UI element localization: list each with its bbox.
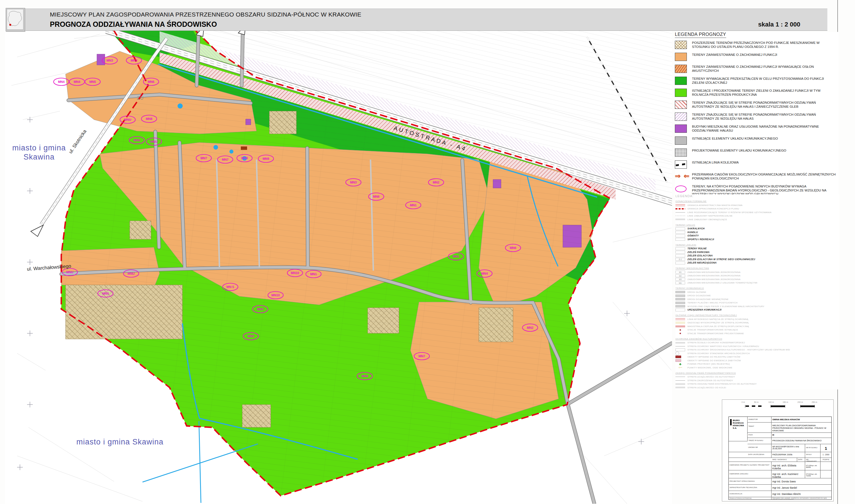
secondary-legend-item: URZĄDZENIA KOMUNIKACJI — [675, 308, 839, 312]
secondary-legend-item: ZIELEŃ NIEURZĄDZONA — [675, 261, 839, 265]
legend-item: BUDYNKI MIESZKALNE ORAZ USŁUGOWE NARAŻON… — [675, 125, 839, 133]
blackline-symbol — [675, 212, 685, 213]
projektant-name: mgr inż. Dorota Sawa — [771, 478, 831, 485]
tag-symbol — [675, 348, 685, 351]
secondary-legend-item-label: GRANICA OPRACOWANIA KONCEPCJI PLANU — [688, 208, 739, 210]
kierownik-projektu-name: mgr inż. arch. Elżbieta Koterba — [771, 462, 805, 470]
secondary-legend-item: ZI.2ZIELEŃ IZOLACYJNA W STREFIE SIECI CI… — [675, 257, 839, 261]
orangestripe-swatch — [675, 65, 687, 73]
secondary-legend-item: LINIE ZABUDOWY NIEPRZEKRACZALNE — [675, 214, 839, 218]
secondary-legend-item: ■STACJE TRANSFORMATOROWE ISTNIEJĄCE — [675, 328, 839, 332]
dblline-symbol — [675, 219, 685, 220]
gray-swatch — [675, 137, 687, 145]
trafo-symbol: ■ — [675, 328, 685, 331]
secondary-legend-item: LINIE ZABUDOWY OBOWIĄZUJĄCE — [675, 218, 839, 221]
infrastruktura-name: mgr inż. Janusz Bardel — [771, 485, 831, 491]
redbox-symbol — [675, 356, 681, 358]
secondary-legend-item-label: LINIE ZABUDOWY OBOWIĄZUJĄCE — [688, 218, 727, 221]
grayroad-symbol — [675, 298, 685, 300]
legend-item-label: ISTNIEJĄCA LINIA KOLEJOWA — [692, 160, 739, 165]
secondary-legend-item: ■STACJE TRANSFORMATOROWE PROJEKTOWANE — [675, 331, 839, 335]
secondary-legend-item: TERENY PLACÓW I MIEJSC POSTOJOWYCH — [675, 301, 839, 305]
zone-code-label: MN5 — [247, 335, 254, 338]
circle-symbol — [675, 352, 679, 355]
umowa-label: UMOWA NR — [729, 444, 771, 452]
plan-title: MIEJSCOWY PLAN ZAGOSPODAROWANIA PRZESTRZ… — [50, 11, 361, 18]
brick-building — [241, 146, 247, 150]
secondary-legend-item-label: DROGI GŁÓWNE — [688, 291, 706, 293]
secondary-legend-item: GAZOCIĄG WYSOKOPRĘŻNY ZE STREFĄ OCHRONNĄ — [675, 321, 839, 325]
grayroad-symbol — [675, 305, 685, 307]
legend-item-label: ISTNIEJĄCE ELEMENTY UKŁADU KOMUNIKACYJNE… — [692, 137, 778, 141]
tag-symbol — [675, 238, 685, 241]
tresc-value: PROGNOZA ODDZIAŁYWANIA NA ŚRODOWISKO — [771, 438, 831, 444]
copyright-label: PRAWA AUTORSKIE ZASTRZEŻONE — [729, 497, 771, 500]
legend-item: ISTNIEJĄCE I PROJEKTOWANE TERENY ZIELENI… — [675, 89, 839, 97]
zone-code-label: MNU — [127, 272, 135, 275]
faza-value: III — [771, 433, 831, 438]
scale-note: skala 1 : 2 000 — [758, 21, 800, 28]
skala-value: 1 : 2000 — [820, 452, 831, 458]
title-block: BIURO ROZWOJU KRAKOWA S.A. INWESTOR GMIN… — [728, 416, 832, 500]
names-header-spacer — [729, 458, 771, 462]
secondary-legend-section-heading: TERENY USŁUG — [675, 224, 839, 226]
secondary-legend-item-label: PUNKTY WIDOKOWE, OSIE WIDOKOWE — [688, 366, 732, 369]
secondary-legend-item-label: ZABUDOWA MIESZKANIOWA JEDNORODZINNA — [688, 271, 741, 273]
secondary-legend-item: SAKRALNYCH — [675, 227, 839, 231]
legend-item-label: TERENY ZAINWESTOWANE O ZACHOWANEJ FUNKCJ… — [692, 65, 836, 73]
legend-item: ISTNIEJĄCE ELEMENTY UKŁADU KOMUNIKACYJNE… — [675, 137, 839, 145]
zone-code-label: MN1 — [310, 272, 317, 276]
zone-code-label: MN10 — [271, 293, 280, 297]
tag-symbol — [675, 247, 685, 250]
zone-code-label: MNU — [150, 140, 157, 143]
secondary-legend-item: STREFA ZAGROŻENIA OD AUTOSTRADY — [675, 379, 839, 382]
stipple-swatch — [675, 148, 687, 157]
crosshatch-swatch — [675, 41, 687, 49]
secondary-legend-item-label: STREFA UCIĄŻLIWOŚCI OD KOLEI — [688, 386, 726, 389]
zone-code-label: MN8 — [133, 139, 140, 142]
inwestor-value: GMINA MIEJSKA KRAKÓW — [771, 417, 831, 422]
tag-symbol — [675, 231, 685, 234]
secondary-legend-item-label: GRANICA ADMINISTRACYJNA MIASTA KRAKOWA — [688, 204, 743, 206]
secondary-legend-item-label: SPORTU I REKREACJI — [688, 238, 714, 241]
secondary-legend-item: WYDZIELONE CIĄGI PIESZE Z ELEMENTAMI MAŁ… — [675, 305, 839, 308]
tresc-label: TREŚĆ RYSUNKU — [748, 438, 771, 444]
faza-label: FAZA — [748, 433, 771, 438]
zone-code-label: MN3 — [130, 59, 137, 62]
zone-code-label: MNU — [66, 270, 73, 274]
secondary-legend-item-label: ZIELEŃ NIEURZĄDZONA — [688, 262, 717, 264]
zone-code-label: MNU — [124, 118, 131, 121]
nr-rysunku-label: NR RYSUNKU — [805, 444, 820, 452]
secondary-legend-sections: OZNACZENIA FORMALNEGRANICA ADMINISTRACYJ… — [675, 200, 839, 390]
legend-item: TERENY ZAINWESTOWANE O ZACHOWANEJ FUNKCJ… — [675, 65, 839, 73]
zone-code-label: MN10 — [291, 271, 299, 275]
zone-code-label: MN6 — [373, 195, 379, 198]
scale-tick-label: 200 m — [798, 401, 803, 403]
kierownik-zakladu-name: mgr inż. arch. Kazimierz Koterba — [771, 470, 805, 478]
zone-code-label: MN1 — [410, 203, 416, 207]
secondary-legend-section-heading: OZNACZENIA FORMALNE — [675, 200, 839, 202]
tag-symbol: ZI.2 — [675, 258, 685, 261]
legend-item: PROJEKTOWANE ELEMENTY UKŁADU KOMUNIKACYJ… — [675, 148, 839, 157]
zone-code-label: MN3 — [106, 59, 113, 62]
legend-item: TERENY WYMAGAJĄCE PRZEKSZTAŁCEŃ W CELU P… — [675, 77, 839, 85]
secondary-legend-item: STREFA ŚCISŁEJ OCHRONY KONSERWATORSKIEJ — [675, 341, 839, 345]
legend-title: LEGENDA PROGNOZY — [675, 32, 726, 38]
purple-swatch — [675, 125, 687, 133]
copyright-note: Dokonywanie zmian, poprawek, uzupełnień … — [771, 497, 831, 500]
skawina-label-left-1: miasto i gmina — [12, 144, 66, 152]
secondary-legend-section-heading: OCHRONA ZASOBÓW KULTUROWYCH — [675, 338, 839, 340]
secondary-legend-item: ○─PUNKTY WIDOKOWE, OSIE WIDOKOWE — [675, 366, 839, 370]
inwestor-label: INWESTOR — [748, 417, 771, 422]
tag-symbol: MU — [675, 282, 685, 284]
tag-symbol — [675, 262, 685, 264]
tag-symbol: M1 — [675, 271, 685, 273]
secondary-legend-item: OBIEKTY WPISANE DO REJESTRU ZABYTKÓW — [675, 355, 839, 359]
pinkbox-symbol — [675, 359, 681, 362]
secondary-legend-item: ZIELEŃ PARKOWA — [675, 250, 839, 254]
secondary-legend-item-label: ZABUDOWA MIESZKANIOWA JEDNORODZINNA — [688, 274, 741, 277]
brk-logo — [730, 419, 732, 425]
secondary-legend-item: DROGI DOJAZDOWE WEWNĘTRZNE — [675, 298, 839, 301]
view-symbol: ○─ — [675, 366, 685, 369]
legend-item: POSZERZENIE TERENÓW PRZEZNACZONYCH POD F… — [675, 41, 839, 49]
